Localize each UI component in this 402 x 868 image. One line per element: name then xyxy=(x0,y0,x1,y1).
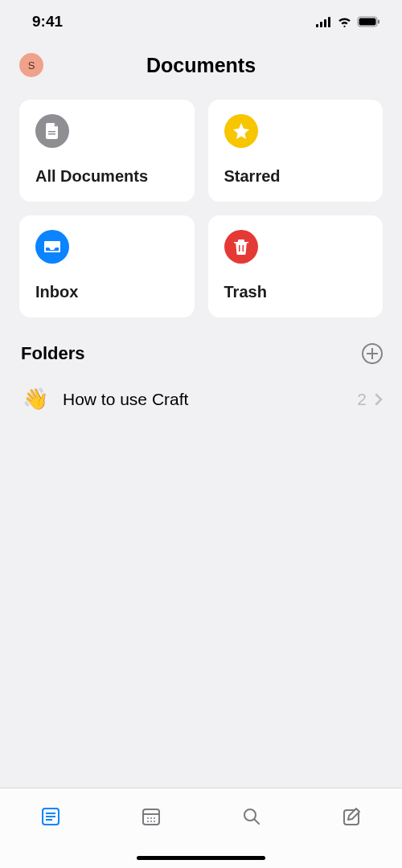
search-tab-icon xyxy=(241,806,262,827)
trash-icon xyxy=(224,230,258,264)
tab-compose[interactable] xyxy=(340,805,364,829)
svg-rect-16 xyxy=(46,819,52,821)
svg-rect-18 xyxy=(143,813,159,815)
status-time: 9:41 xyxy=(32,13,63,31)
svg-rect-17 xyxy=(143,809,159,825)
folder-name: How to use Craft xyxy=(63,390,357,409)
svg-rect-3 xyxy=(328,17,330,27)
card-label: Inbox xyxy=(35,283,178,301)
svg-point-20 xyxy=(150,817,152,819)
document-icon xyxy=(35,114,69,148)
status-bar: 9:41 xyxy=(0,0,402,40)
chevron-right-icon xyxy=(375,393,383,406)
svg-rect-9 xyxy=(239,245,240,252)
card-label: Trash xyxy=(224,283,367,301)
star-icon xyxy=(224,114,258,148)
svg-rect-0 xyxy=(316,24,318,27)
calendar-tab-icon xyxy=(141,806,162,827)
tab-documents[interactable] xyxy=(39,805,63,829)
svg-line-26 xyxy=(254,820,259,825)
svg-rect-7 xyxy=(48,131,55,133)
wifi-icon xyxy=(337,16,352,27)
svg-rect-14 xyxy=(46,813,55,814)
svg-point-22 xyxy=(147,821,149,822)
page-title: Documents xyxy=(146,54,256,77)
documents-tab-icon xyxy=(40,806,61,827)
starred-card[interactable]: Starred xyxy=(208,100,384,202)
folder-count: 2 xyxy=(357,390,367,409)
svg-point-23 xyxy=(150,821,152,822)
tab-bar xyxy=(0,788,402,868)
folder-row[interactable]: 👋 How to use Craft 2 xyxy=(0,377,402,421)
trash-card[interactable]: Trash xyxy=(208,215,384,317)
avatar[interactable]: S xyxy=(19,53,43,77)
folder-emoji: 👋 xyxy=(23,387,48,411)
compose-tab-icon xyxy=(342,806,363,827)
svg-rect-15 xyxy=(46,816,55,817)
svg-rect-12 xyxy=(367,353,378,354)
cellular-icon xyxy=(316,17,332,27)
folders-section-header: Folders xyxy=(0,317,402,377)
card-grid: All Documents Starred Inbox Trash xyxy=(0,100,402,317)
folders-title: Folders xyxy=(21,343,84,364)
svg-rect-8 xyxy=(48,133,55,135)
svg-point-19 xyxy=(147,817,149,819)
all-documents-card[interactable]: All Documents xyxy=(19,100,195,202)
inbox-card[interactable]: Inbox xyxy=(19,215,195,317)
plus-icon xyxy=(367,348,378,359)
tab-search[interactable] xyxy=(240,805,264,829)
card-label: All Documents xyxy=(35,167,178,186)
svg-rect-1 xyxy=(320,22,322,27)
battery-icon xyxy=(357,16,381,27)
status-icons xyxy=(316,16,381,27)
card-label: Starred xyxy=(224,167,367,186)
svg-rect-6 xyxy=(378,20,379,24)
svg-rect-10 xyxy=(242,245,244,252)
svg-rect-2 xyxy=(324,19,326,27)
inbox-icon xyxy=(35,230,69,264)
header: S Documents xyxy=(0,40,402,100)
svg-rect-5 xyxy=(359,18,376,26)
home-indicator[interactable] xyxy=(137,856,265,860)
svg-point-24 xyxy=(154,821,155,822)
add-folder-button[interactable] xyxy=(362,343,383,364)
svg-point-21 xyxy=(154,817,155,819)
tab-calendar[interactable] xyxy=(139,805,163,829)
